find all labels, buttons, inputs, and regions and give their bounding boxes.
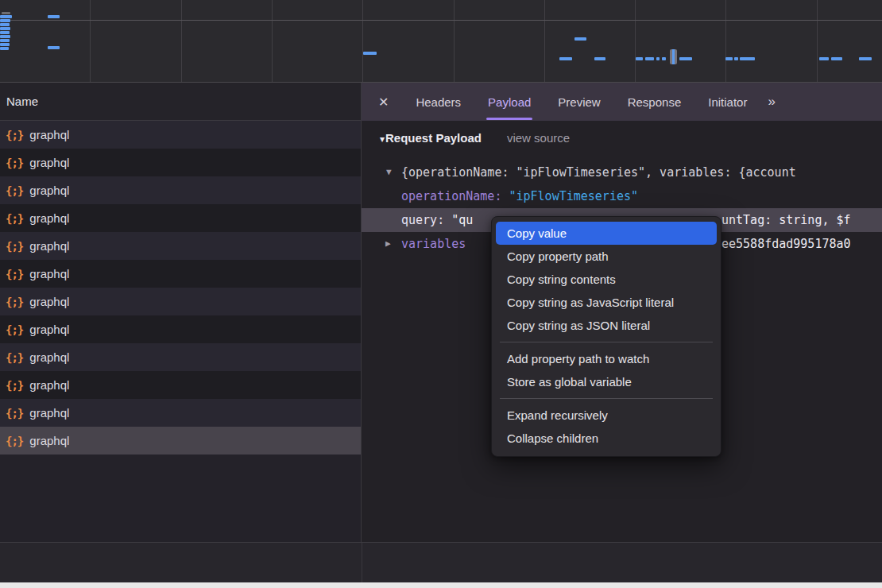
menu-item-copy-string-js-literal[interactable]: Copy string as JavaScript literal bbox=[492, 291, 721, 314]
request-name: graphql bbox=[29, 323, 69, 336]
request-table: Name {;}graphql{;}graphql{;}graphql{;}gr… bbox=[0, 83, 362, 542]
tab-headers[interactable]: Headers bbox=[416, 83, 461, 121]
name-column-header[interactable]: Name bbox=[0, 83, 361, 121]
request-name: graphql bbox=[29, 211, 69, 225]
json-braces-icon: {;} bbox=[6, 407, 23, 420]
waterfall-bar bbox=[734, 57, 738, 60]
request-name: graphql bbox=[29, 128, 69, 141]
operation-name-text: operationName: "ipFlowTimeseries" bbox=[401, 184, 638, 208]
waterfall-bar bbox=[0, 27, 10, 30]
waterfall-bar bbox=[636, 57, 643, 60]
waterfall-bar bbox=[48, 46, 60, 49]
waterfall-bar bbox=[819, 57, 829, 60]
json-braces-icon: {;} bbox=[6, 212, 23, 225]
request-row[interactable]: {;}graphql bbox=[0, 288, 361, 315]
request-row[interactable]: {;}graphql bbox=[0, 343, 361, 371]
request-row[interactable]: {;}graphql bbox=[0, 315, 361, 343]
window-bottom-edge bbox=[0, 582, 882, 588]
summary-bar bbox=[0, 542, 882, 582]
waterfall-bar bbox=[0, 31, 10, 34]
json-braces-icon: {;} bbox=[6, 435, 23, 447]
query-text-right-fragment: untTag: string, $f bbox=[721, 208, 851, 232]
request-row[interactable]: {;}graphql bbox=[0, 399, 361, 427]
menu-item-copy-string-json-literal[interactable]: Copy string as JSON literal bbox=[492, 314, 721, 337]
request-name: graphql bbox=[29, 267, 69, 280]
waterfall-bar bbox=[0, 43, 10, 46]
request-row[interactable]: {;}graphql bbox=[0, 232, 361, 260]
waterfall-bar bbox=[859, 57, 872, 60]
request-row[interactable]: {;}graphql bbox=[0, 204, 361, 232]
more-tabs-icon[interactable]: » bbox=[768, 94, 773, 110]
menu-item-copy-property-path[interactable]: Copy property path bbox=[492, 245, 721, 268]
tab-initiator[interactable]: Initiator bbox=[708, 83, 747, 121]
json-braces-icon: {;} bbox=[6, 184, 23, 197]
root-preview-text: {operationName: "ipFlowTimeseries", vari… bbox=[401, 161, 796, 184]
menu-item-copy-value[interactable]: Copy value bbox=[496, 222, 717, 245]
waterfall-bar bbox=[0, 15, 12, 18]
query-text-left: query: "qu bbox=[401, 208, 473, 232]
request-row[interactable]: {;}graphql bbox=[0, 176, 361, 204]
waterfall-bar bbox=[725, 57, 733, 60]
request-name: graphql bbox=[29, 156, 69, 169]
network-main-area: Name {;}graphql{;}graphql{;}graphql{;}gr… bbox=[0, 83, 882, 542]
name-column-label: Name bbox=[6, 95, 38, 108]
request-row[interactable]: {;}graphql bbox=[0, 260, 361, 288]
json-braces-icon: {;} bbox=[6, 296, 23, 308]
json-braces-icon: {;} bbox=[6, 157, 23, 169]
json-braces-icon: {;} bbox=[6, 351, 23, 364]
menu-item-copy-string-contents[interactable]: Copy string contents bbox=[492, 268, 721, 291]
tab-payload[interactable]: Payload bbox=[488, 83, 531, 121]
waterfall-bar bbox=[0, 39, 10, 42]
waterfall-bar bbox=[0, 35, 10, 38]
overview-marker bbox=[670, 49, 677, 64]
view-source-link[interactable]: view source bbox=[507, 131, 570, 145]
tab-response[interactable]: Response bbox=[628, 83, 682, 121]
menu-item-store-as-global-variable[interactable]: Store as global variable bbox=[492, 370, 721, 393]
expanded-arrow-icon[interactable]: ▼ bbox=[386, 161, 392, 184]
menu-separator bbox=[500, 398, 713, 399]
tab-preview[interactable]: Preview bbox=[558, 83, 600, 121]
waterfall-bar bbox=[594, 57, 605, 60]
json-braces-icon: {;} bbox=[6, 379, 23, 392]
request-name: graphql bbox=[29, 295, 69, 308]
request-row[interactable]: {;}graphql bbox=[0, 121, 361, 149]
waterfall-bar bbox=[740, 57, 755, 60]
waterfall-bar bbox=[48, 15, 60, 18]
waterfall-bar bbox=[831, 57, 842, 60]
request-payload-section-header[interactable]: ▾Request Payloadview source bbox=[380, 131, 570, 145]
waterfall-bar bbox=[0, 19, 10, 22]
request-name: graphql bbox=[29, 239, 69, 253]
context-menu: Copy value Copy property path Copy strin… bbox=[491, 216, 721, 457]
waterfall-bar bbox=[679, 57, 692, 60]
operation-name-row[interactable]: operationName: "ipFlowTimeseries" bbox=[362, 184, 882, 208]
collapsed-arrow-icon[interactable]: ▶ bbox=[385, 232, 391, 256]
overview-marker-tick bbox=[672, 49, 675, 64]
collapse-triangle-icon: ▾ bbox=[380, 133, 385, 145]
payload-root-row[interactable]: ▼ {operationName: "ipFlowTimeseries", va… bbox=[362, 161, 882, 184]
request-list: {;}graphql{;}graphql{;}graphql{;}graphql… bbox=[0, 121, 361, 455]
menu-item-expand-recursively[interactable]: Expand recursively bbox=[492, 404, 721, 427]
waterfall-bar bbox=[656, 57, 660, 60]
request-name: graphql bbox=[29, 350, 69, 364]
details-tab-bar: ✕ Headers Payload Preview Response Initi… bbox=[362, 83, 882, 121]
request-row[interactable]: {;}graphql bbox=[0, 149, 361, 176]
network-overview-timeline[interactable] bbox=[0, 0, 882, 83]
waterfall-bar bbox=[2, 12, 10, 14]
json-braces-icon: {;} bbox=[6, 129, 23, 141]
json-braces-icon: {;} bbox=[6, 268, 23, 280]
waterfall-bar bbox=[0, 47, 9, 50]
section-title: Request Payload bbox=[385, 131, 482, 145]
menu-item-collapse-children[interactable]: Collapse children bbox=[492, 427, 721, 450]
request-row[interactable]: {;}graphql bbox=[0, 371, 361, 399]
request-name: graphql bbox=[29, 434, 69, 447]
request-name: graphql bbox=[29, 184, 69, 197]
request-row[interactable]: {;}graphql bbox=[0, 427, 361, 455]
request-name: graphql bbox=[29, 378, 69, 392]
waterfall-bar bbox=[559, 57, 572, 60]
close-icon[interactable]: ✕ bbox=[378, 95, 389, 110]
menu-item-add-property-path-to-watch[interactable]: Add property path to watch bbox=[492, 347, 721, 370]
waterfall-bar bbox=[645, 57, 654, 60]
waterfall-bar bbox=[363, 52, 377, 55]
menu-separator bbox=[500, 342, 713, 342]
json-braces-icon: {;} bbox=[6, 240, 23, 253]
